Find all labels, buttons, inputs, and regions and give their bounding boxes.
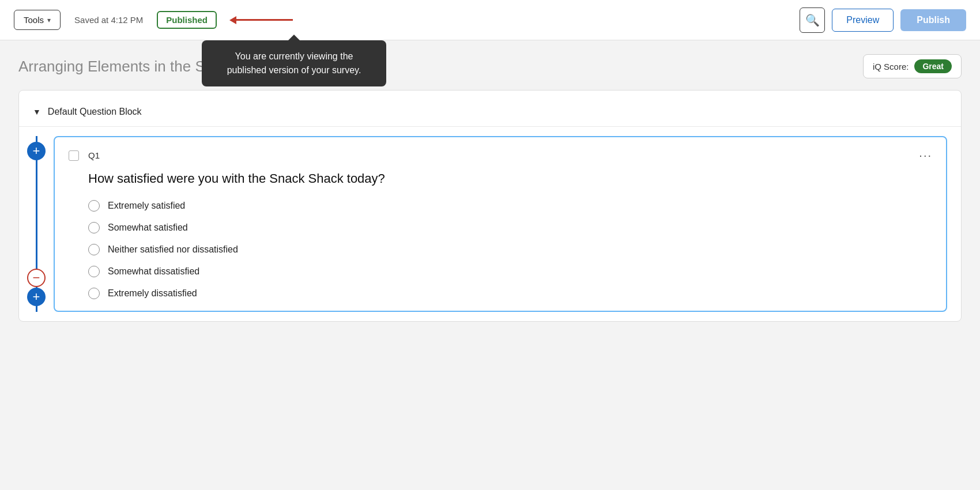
topbar: Tools ▾ Saved at 4:12 PM Published 🔍 Pre… (0, 0, 980, 40)
option-label: Extremely dissatisfied (108, 288, 197, 299)
add-block-button[interactable]: + (27, 142, 46, 160)
list-item: Neither satisfied nor dissatisfied (88, 244, 932, 255)
plus-bottom-icon: + (33, 289, 40, 304)
block-header: ▼ Default Question Block (19, 107, 961, 127)
radio-option[interactable] (88, 244, 100, 255)
tools-label: Tools (24, 15, 44, 25)
radio-option[interactable] (88, 288, 100, 299)
list-item: Somewhat dissatisfied (88, 266, 932, 277)
topbar-left: Tools ▾ Saved at 4:12 PM Published (14, 10, 800, 30)
question-card-header: Q1 ··· (69, 149, 932, 162)
list-item: Extremely dissatisfied (88, 288, 932, 299)
block-title: Default Question Block (48, 107, 142, 117)
add-block-bottom-button[interactable]: + (27, 288, 46, 306)
list-item: Extremely satisfied (88, 200, 932, 212)
question-id: Q1 (88, 150, 100, 160)
search-button[interactable]: 🔍 (800, 7, 825, 33)
more-options-button[interactable]: ··· (919, 149, 932, 162)
option-label: Neither satisfied nor dissatisfied (108, 244, 238, 255)
option-label: Somewhat satisfied (108, 223, 188, 233)
saved-text: Saved at 4:12 PM (74, 15, 143, 25)
minus-icon: − (33, 272, 40, 284)
topbar-right: 🔍 Preview Publish (800, 7, 966, 33)
survey-title-row: Arranging Elements in the Survey Flow iQ… (18, 54, 962, 78)
list-item: Somewhat satisfied (88, 222, 932, 233)
question-text: How satisfied were you with the Snack Sh… (69, 171, 932, 186)
iq-score-container: iQ Score: Great (863, 54, 962, 78)
main-content: Arranging Elements in the Survey Flow iQ… (0, 40, 980, 336)
question-area: + − + Q1 ··· How satisfied wer (19, 136, 961, 312)
iq-score-badge: Great (914, 59, 952, 73)
radio-option[interactable] (88, 200, 100, 212)
tooltip-wrapper: You are currently viewing the published … (202, 40, 386, 86)
arrow-indicator (235, 19, 293, 21)
plus-icon: + (33, 144, 40, 159)
chevron-down-icon: ▼ (33, 107, 41, 116)
publish-button[interactable]: Publish (900, 9, 966, 31)
left-sidebar: + − + (25, 136, 48, 312)
option-label: Extremely satisfied (108, 201, 185, 211)
options-list: Extremely satisfiedSomewhat satisfiedNei… (69, 200, 932, 299)
question-checkbox[interactable] (69, 150, 79, 161)
published-badge[interactable]: Published (157, 11, 217, 29)
chevron-down-icon: ▾ (47, 16, 51, 24)
tooltip-text: You are currently viewing the published … (227, 51, 361, 75)
builder-card: ▼ Default Question Block + − + (18, 90, 962, 322)
radio-option[interactable] (88, 222, 100, 233)
search-icon: 🔍 (805, 13, 820, 27)
iq-score-label: iQ Score: (873, 62, 909, 71)
radio-option[interactable] (88, 266, 100, 277)
question-card: Q1 ··· How satisfied were you with the S… (54, 136, 947, 312)
tools-button[interactable]: Tools ▾ (14, 10, 61, 30)
arrow-line (235, 19, 293, 21)
option-label: Somewhat dissatisfied (108, 266, 199, 277)
preview-button[interactable]: Preview (832, 9, 894, 32)
question-card-left: Q1 (69, 150, 100, 161)
tooltip-box: You are currently viewing the published … (202, 40, 386, 86)
remove-block-button[interactable]: − (27, 269, 46, 287)
